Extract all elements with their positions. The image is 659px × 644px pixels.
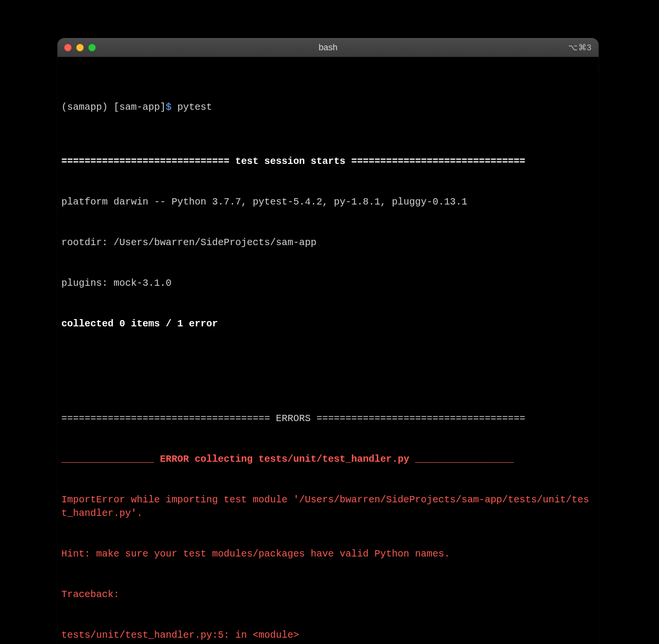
plugins-line: plugins: mock-3.1.0 (61, 277, 595, 290)
rule-right: ==================================== (311, 413, 525, 424)
prompt-env: (samapp) (61, 102, 114, 113)
window-shortcut: ⌥⌘3 (568, 43, 592, 53)
terminal-window: bash ⌥⌘3 (samapp) [sam-app]$ pytest ====… (57, 38, 599, 644)
rule-text: ERROR collecting tests/unit/test_handler… (160, 454, 409, 465)
minimize-icon[interactable] (76, 44, 84, 51)
error-line: Hint: make sure your test modules/packag… (61, 547, 595, 561)
rule-left: ============================= (61, 156, 235, 167)
rootdir-line: rootdir: /Users/bwarren/SideProjects/sam… (61, 236, 595, 249)
window-title: bash (57, 43, 599, 53)
rule-text: test session starts (235, 156, 345, 167)
titlebar: bash ⌥⌘3 (57, 38, 599, 57)
window-controls (64, 44, 96, 51)
rule-right: _________________ (409, 454, 514, 465)
prompt-line: (samapp) [sam-app]$ pytest (61, 101, 595, 114)
rule-left: ________________ (61, 454, 160, 465)
error-line: Traceback: (61, 588, 595, 601)
zoom-icon[interactable] (88, 44, 96, 51)
platform-line: platform darwin -- Python 3.7.7, pytest-… (61, 195, 595, 209)
prompt-sigil: $ (166, 102, 177, 113)
error-subheader: ________________ ERROR collecting tests/… (61, 453, 595, 466)
collected-line: collected 0 items / 1 error (61, 317, 595, 331)
rule-right: ============================== (345, 156, 525, 167)
rule-text: ERRORS (276, 413, 311, 424)
errors-header: ==================================== ERR… (61, 412, 595, 425)
error-line: ImportError while importing test module … (61, 493, 595, 520)
terminal-output[interactable]: (samapp) [sam-app]$ pytest =============… (57, 57, 599, 644)
close-icon[interactable] (64, 44, 72, 51)
blank-line (61, 358, 595, 371)
session-header: ============================= test sessi… (61, 155, 595, 168)
prompt-cwd: [sam-app] (114, 102, 166, 113)
error-line: tests/unit/test_handler.py:5: in <module… (61, 629, 595, 642)
rule-left: ==================================== (61, 413, 276, 424)
command-text: pytest (177, 102, 212, 113)
